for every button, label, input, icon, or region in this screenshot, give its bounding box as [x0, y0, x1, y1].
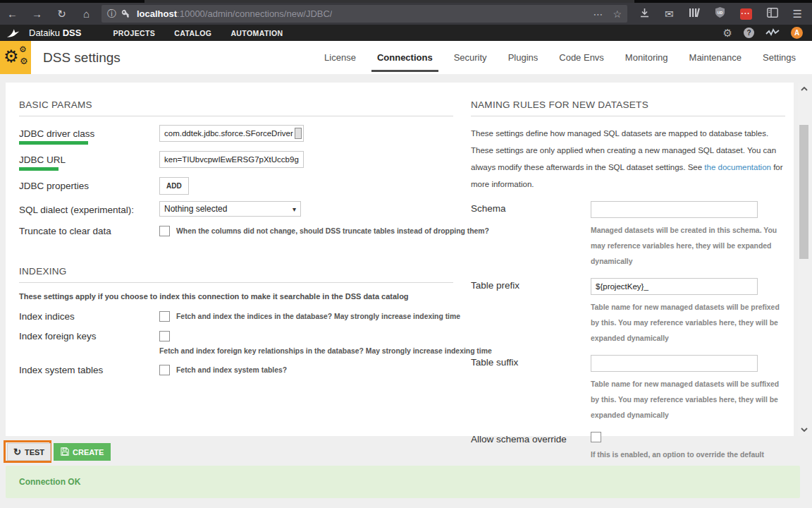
shield-extension-icon[interactable]: UD: [715, 7, 725, 20]
sql-dialect-select[interactable]: Nothing selected ▾: [159, 201, 301, 217]
allow-schema-override-checkbox[interactable]: [591, 432, 601, 442]
tab-plugins[interactable]: Plugins: [498, 41, 549, 74]
jdbc-url-input[interactable]: [159, 151, 304, 168]
connection-status-alert: Connection OK: [6, 466, 800, 498]
indexing-heading: INDEXING: [19, 266, 453, 283]
jdbc-properties-row: JDBC properties ADD: [19, 177, 453, 195]
hamburger-menu-icon[interactable]: ☰: [793, 8, 802, 20]
browser-toolbar: ← → ↻ ⌂ ⓘ localhost:10000/admin/connecti…: [0, 3, 812, 25]
schema-row: Schema Managed datasets will be created …: [471, 201, 785, 270]
indexing-intro: These settings apply if you choose to in…: [19, 292, 453, 301]
tab-code-envs[interactable]: Code Envs: [548, 41, 615, 74]
table-prefix-input[interactable]: [591, 278, 758, 295]
sidebar-toggle-icon[interactable]: [767, 8, 778, 20]
save-icon: [61, 447, 69, 457]
text-cursor-artifact: [295, 128, 302, 139]
required-indicator: [19, 167, 59, 171]
home-icon[interactable]: ⌂: [74, 8, 99, 20]
bookmark-star-icon[interactable]: ☆: [613, 8, 622, 20]
scroll-up-icon[interactable]: [800, 85, 808, 92]
admin-gear-icon[interactable]: ⚙: [723, 27, 732, 40]
create-connection-button[interactable]: CREATE: [54, 443, 111, 461]
forward-icon[interactable]: →: [25, 8, 49, 20]
index-system-tables-row: Index system tables Fetch and index syst…: [19, 365, 453, 375]
jdbc-url-label: JDBC URL: [19, 151, 159, 171]
reload-icon[interactable]: ↻: [49, 8, 74, 20]
nav-menu: PROJECTS CATALOG AUTOMATION: [113, 29, 283, 37]
tab-connections[interactable]: Connections: [367, 41, 443, 74]
sync-icon: ↻: [13, 447, 21, 457]
brand-name[interactable]: Dataiku DSS: [29, 28, 81, 38]
test-connection-button[interactable]: ↻ TEST: [7, 443, 51, 461]
connection-form-card: BASIC PARAMS JDBC driver class JDBC URL: [6, 83, 794, 436]
jdbc-driver-class-input[interactable]: [159, 125, 304, 142]
user-avatar[interactable]: A: [791, 27, 803, 39]
dss-settings-gears-icon: ⚙ ⚙ ⚙: [0, 41, 31, 74]
browser-toolbar-right: ✉ UD ··· ☰: [639, 7, 812, 20]
index-foreign-keys-help: Fetch and index foreign key relationship…: [159, 347, 453, 355]
index-foreign-keys-checkbox[interactable]: [159, 331, 170, 341]
schema-input[interactable]: [591, 201, 758, 218]
add-property-button[interactable]: ADD: [159, 177, 189, 195]
index-foreign-keys-label: Index foreign keys: [19, 331, 159, 341]
index-indices-checkbox[interactable]: [159, 311, 170, 322]
back-icon[interactable]: ←: [0, 8, 25, 20]
jdbc-driver-class-label: JDBC driver class: [19, 125, 159, 145]
url-text[interactable]: localhost:10000/admin/connections/new/JD…: [137, 8, 332, 19]
naming-rules-column: NAMING RULES FOR NEW DATASETS These sett…: [471, 83, 785, 494]
index-indices-label: Index indices: [19, 311, 159, 322]
download-icon[interactable]: [639, 8, 650, 20]
svg-text:UD: UD: [717, 11, 722, 15]
permission-key-icon[interactable]: [121, 9, 130, 18]
nav-item-automation[interactable]: AUTOMATION: [230, 29, 283, 37]
table-suffix-input[interactable]: [591, 355, 758, 372]
table-prefix-label: Table prefix: [471, 278, 591, 346]
jdbc-driver-class-row: JDBC driver class: [19, 125, 453, 145]
index-system-tables-help: Fetch and index system tables?: [176, 365, 287, 375]
address-bar[interactable]: ⓘ localhost:10000/admin/connections/new/…: [102, 5, 627, 23]
sql-dialect-row: SQL dialect (experimental): Nothing sele…: [19, 201, 453, 217]
scrollbar-thumb[interactable]: [799, 125, 808, 259]
chevron-down-icon: ▾: [293, 205, 296, 213]
settings-tabs: License Connections Security Plugins Cod…: [314, 41, 812, 74]
index-system-tables-label: Index system tables: [19, 365, 159, 375]
dataiku-bird-logo-icon[interactable]: [6, 28, 20, 38]
index-indices-help: Fetch and index the indices in the datab…: [176, 311, 460, 322]
library-icon[interactable]: [689, 8, 700, 20]
tab-security[interactable]: Security: [443, 41, 498, 74]
mail-icon[interactable]: ✉: [665, 8, 674, 20]
documentation-link[interactable]: the documentation: [704, 163, 771, 171]
tab-license[interactable]: License: [314, 41, 367, 74]
table-prefix-help: Table name for new managed datasets will…: [591, 300, 780, 346]
truncate-checkbox[interactable]: [159, 226, 170, 236]
table-suffix-help: Table name for new managed datasets will…: [591, 377, 780, 423]
application-window: ← → ↻ ⌂ ⓘ localhost:10000/admin/connecti…: [0, 0, 812, 508]
dss-top-navbar: Dataiku DSS PROJECTS CATALOG AUTOMATION …: [0, 25, 812, 41]
vertical-scrollbar[interactable]: [798, 83, 810, 436]
nav-right-icons: ⚙ ? A: [723, 27, 812, 40]
index-foreign-keys-row: Index foreign keys: [19, 331, 453, 341]
truncate-help: When the columns did not change, should …: [176, 226, 489, 236]
site-info-icon[interactable]: ⓘ: [107, 8, 116, 20]
naming-rules-heading: NAMING RULES FOR NEW DATASETS: [471, 99, 785, 116]
password-manager-icon[interactable]: ···: [740, 8, 752, 20]
sql-dialect-label: SQL dialect (experimental):: [19, 201, 159, 217]
truncate-label: Truncate to clear data: [19, 226, 159, 236]
nav-item-projects[interactable]: PROJECTS: [113, 29, 155, 37]
page-actions-icon[interactable]: ⋯: [593, 8, 603, 20]
table-suffix-row: Table suffix Table name for new managed …: [471, 355, 785, 423]
tab-monitoring[interactable]: Monitoring: [615, 41, 679, 74]
required-indicator: [19, 141, 88, 145]
naming-rules-intro: These settings define how managed SQL da…: [471, 125, 785, 193]
url-path: :10000/admin/connections/new/JDBC/: [177, 8, 332, 19]
tab-settings[interactable]: Settings: [752, 41, 806, 74]
scroll-down-icon[interactable]: [800, 426, 808, 433]
tab-maintenance[interactable]: Maintenance: [679, 41, 752, 74]
schema-help: Managed datasets will be created in this…: [591, 223, 780, 270]
index-system-tables-checkbox[interactable]: [159, 365, 170, 375]
activity-monitor-icon[interactable]: [765, 27, 780, 40]
settings-header: ⚙ ⚙ ⚙ DSS settings License Connections S…: [0, 41, 812, 74]
basic-params-heading: BASIC PARAMS: [19, 99, 453, 116]
nav-item-catalog[interactable]: CATALOG: [174, 29, 211, 37]
help-icon[interactable]: ?: [744, 28, 754, 38]
